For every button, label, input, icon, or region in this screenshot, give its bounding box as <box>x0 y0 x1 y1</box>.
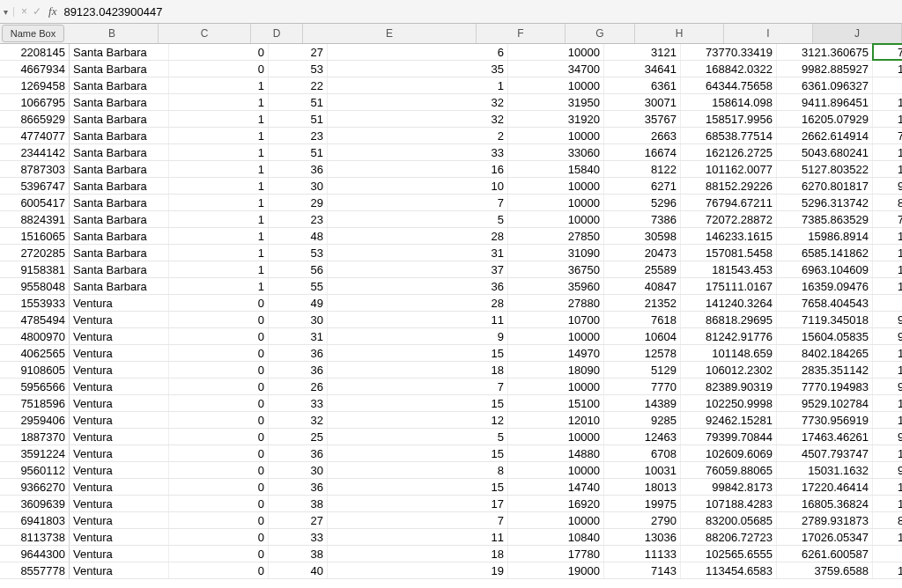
cell-B[interactable]: Santa Barbara <box>70 94 169 110</box>
cell-B[interactable]: Santa Barbara <box>70 228 169 244</box>
cell-A[interactable]: 4785494 <box>0 312 70 327</box>
cell-A[interactable]: 8113738 <box>0 529 70 545</box>
cell-E[interactable]: 5 <box>328 429 508 445</box>
cell-A[interactable]: 9558048 <box>0 278 70 294</box>
cell-A[interactable]: 8787303 <box>0 161 70 177</box>
cell-C[interactable]: 0 <box>169 546 269 562</box>
cell-I[interactable]: 15031.1632 <box>777 462 873 478</box>
cell-E[interactable]: 15 <box>328 395 508 411</box>
cell-H[interactable]: 73770.33419 <box>681 44 777 60</box>
cell-G[interactable]: 6271 <box>604 178 681 194</box>
cell-I[interactable]: 2662.614914 <box>777 128 873 143</box>
cell-F[interactable]: 15840 <box>508 161 604 177</box>
column-header-H[interactable]: H <box>635 24 724 43</box>
cell-F[interactable]: 33060 <box>508 144 604 160</box>
cell-F[interactable]: 10000 <box>508 178 604 194</box>
cell-B[interactable]: Ventura <box>70 379 169 394</box>
cell-E[interactable]: 19 <box>328 562 508 578</box>
cell-C[interactable]: 0 <box>169 312 269 327</box>
cell-F[interactable]: 14740 <box>508 479 604 495</box>
cell-E[interactable]: 37 <box>328 261 508 277</box>
cell-H[interactable]: 68538.77514 <box>681 128 777 143</box>
cell-G[interactable]: 35767 <box>604 111 681 127</box>
cell-H[interactable]: 146233.1615 <box>681 228 777 244</box>
cell-H[interactable]: 88152.29226 <box>681 178 777 194</box>
cell-D[interactable]: 36 <box>269 345 328 361</box>
cell-E[interactable]: 35 <box>328 61 508 77</box>
cell-I[interactable]: 15604.05835 <box>777 328 873 344</box>
cell-C[interactable]: 0 <box>169 61 269 77</box>
cell-G[interactable]: 40847 <box>604 278 681 294</box>
cell-C[interactable]: 1 <box>169 261 269 277</box>
cell-G[interactable]: 5129 <box>604 362 681 378</box>
cell-F[interactable]: 10000 <box>508 328 604 344</box>
cell-D[interactable]: 38 <box>269 546 328 562</box>
cell-I[interactable]: 6585.141862 <box>777 245 873 261</box>
cell-D[interactable]: 27 <box>269 512 328 528</box>
cell-F[interactable]: 31950 <box>508 94 604 110</box>
column-header-G[interactable]: G <box>566 24 635 43</box>
cell-E[interactable]: 7 <box>328 379 508 394</box>
cell-G[interactable]: 7770 <box>604 379 681 394</box>
cell-D[interactable]: 30 <box>269 178 328 194</box>
cell-J[interactable]: 148898.731 <box>873 295 902 311</box>
cell-C[interactable]: 0 <box>169 529 269 545</box>
cell-A[interactable]: 8824391 <box>0 211 70 227</box>
cell-B[interactable]: Ventura <box>70 512 169 528</box>
cell-H[interactable]: 101162.0077 <box>681 161 777 177</box>
cell-G[interactable]: 10604 <box>604 328 681 344</box>
cell-J[interactable]: 71201.39006 <box>873 128 902 143</box>
cell-G[interactable]: 21352 <box>604 295 681 311</box>
cell-A[interactable]: 9366270 <box>0 479 70 495</box>
cell-C[interactable]: 0 <box>169 445 269 461</box>
cell-H[interactable]: 158517.9956 <box>681 111 777 127</box>
column-header-I[interactable]: I <box>724 24 813 43</box>
cell-D[interactable]: 29 <box>269 195 328 210</box>
cell-D[interactable]: 23 <box>269 211 328 227</box>
cell-A[interactable]: 1066795 <box>0 94 70 110</box>
cell-G[interactable]: 16674 <box>604 144 681 160</box>
cell-B[interactable]: Ventura <box>70 412 169 428</box>
cell-H[interactable]: 102565.6555 <box>681 546 777 562</box>
cell-E[interactable]: 31 <box>328 245 508 261</box>
cell-F[interactable]: 10700 <box>508 312 604 327</box>
cell-D[interactable]: 36 <box>269 445 328 461</box>
cell-F[interactable]: 10000 <box>508 44 604 60</box>
cell-B[interactable]: Santa Barbara <box>70 195 169 210</box>
cell-J[interactable]: 178824.9181 <box>873 61 902 77</box>
cell-A[interactable]: 6941803 <box>0 512 70 528</box>
cell-B[interactable]: Santa Barbara <box>70 278 169 294</box>
cell-D[interactable]: 33 <box>269 529 328 545</box>
cell-D[interactable]: 56 <box>269 261 328 277</box>
accept-icon[interactable]: ✓ <box>33 5 41 18</box>
cell-E[interactable]: 28 <box>328 228 508 244</box>
cell-J[interactable]: 96863.17106 <box>873 429 902 445</box>
cell-F[interactable]: 10000 <box>508 379 604 394</box>
cell-H[interactable]: 107188.4283 <box>681 496 777 511</box>
cell-H[interactable]: 162126.2725 <box>681 144 777 160</box>
cell-B[interactable]: Ventura <box>70 496 169 511</box>
cell-B[interactable]: Santa Barbara <box>70 77 169 93</box>
cell-C[interactable]: 1 <box>169 278 269 294</box>
cell-H[interactable]: 113454.6583 <box>681 562 777 578</box>
cell-F[interactable]: 15100 <box>508 395 604 411</box>
column-header-J[interactable]: J <box>813 24 902 43</box>
cell-B[interactable]: Ventura <box>70 429 169 445</box>
column-header-F[interactable]: F <box>477 24 566 43</box>
cell-H[interactable]: 64344.75658 <box>681 77 777 93</box>
cell-I[interactable]: 17463.46261 <box>777 429 873 445</box>
cell-F[interactable]: 10000 <box>508 211 604 227</box>
column-header-C[interactable]: C <box>159 24 251 43</box>
cell-H[interactable]: 79399.70844 <box>681 429 777 445</box>
cell-B[interactable]: Ventura <box>70 328 169 344</box>
cell-G[interactable]: 9285 <box>604 412 681 428</box>
cell-I[interactable]: 3121.360675 <box>777 44 873 60</box>
cell-E[interactable]: 10 <box>328 178 508 194</box>
cell-E[interactable]: 15 <box>328 345 508 361</box>
cell-E[interactable]: 16 <box>328 161 508 177</box>
cell-E[interactable]: 32 <box>328 94 508 110</box>
cancel-icon[interactable]: × <box>21 5 27 18</box>
cell-C[interactable]: 1 <box>169 77 269 93</box>
cell-C[interactable]: 0 <box>169 512 269 528</box>
cell-D[interactable]: 31 <box>269 328 328 344</box>
